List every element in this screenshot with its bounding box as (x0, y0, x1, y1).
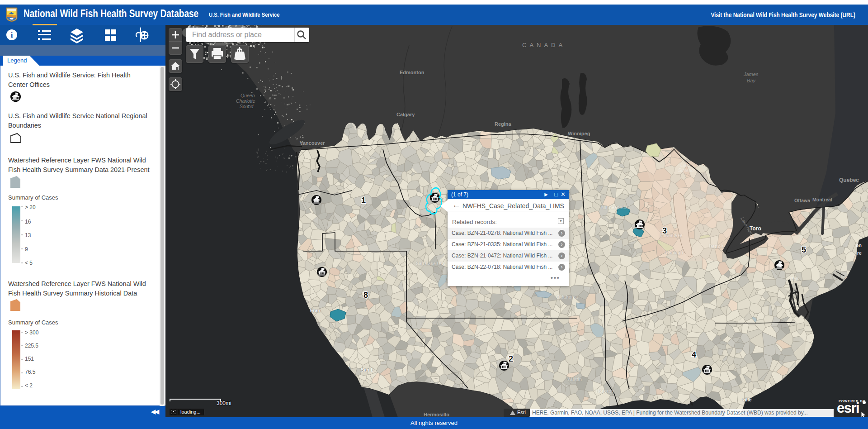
svg-text:Minneapolis: Minneapolis (601, 205, 627, 210)
svg-text:Phil: Phil (790, 276, 799, 281)
svg-text:Toro: Toro (750, 225, 761, 232)
svg-text:re: re (857, 250, 862, 256)
svg-text:Detroit: Detroit (709, 244, 724, 249)
svg-text:James: James (743, 72, 759, 77)
svg-text:3: 3 (662, 226, 667, 235)
svg-text:Salt Lake City: Salt Lake City (416, 261, 446, 266)
svg-text:Calgary: Calgary (396, 112, 415, 117)
svg-text:ville: ville (742, 397, 752, 402)
svg-text:San L: San L (361, 367, 374, 372)
svg-text:1: 1 (361, 196, 366, 205)
svg-text:on: on (856, 243, 862, 248)
svg-text:Charlotte: Charlotte (236, 98, 255, 104)
svg-text:Oklahoma: Oklahoma (556, 295, 578, 300)
svg-text:Chicago: Chicago (665, 250, 683, 255)
svg-text:Austin: Austin (568, 377, 582, 382)
svg-text:4: 4 (692, 350, 696, 359)
svg-text:Houston: Houston (596, 389, 614, 394)
svg-text:Vancouver: Vancouver (300, 140, 325, 146)
svg-text:Winnipeg: Winnipeg (568, 131, 590, 136)
svg-text:Fran: Fran (310, 308, 321, 313)
svg-text:Ottawa: Ottawa (794, 198, 810, 203)
svg-text:Montreal: Montreal (812, 197, 832, 202)
svg-text:CANADA: CANADA (522, 42, 566, 48)
svg-text:2: 2 (509, 354, 513, 363)
svg-text:5: 5 (802, 245, 806, 254)
svg-text:Sound: Sound (240, 104, 254, 109)
svg-text:Quebec: Quebec (839, 177, 859, 183)
svg-text:i: i (11, 31, 13, 39)
svg-text:Superior: Superior (678, 168, 695, 173)
svg-text:8: 8 (363, 291, 368, 300)
svg-text:Lake: Lake (680, 162, 690, 167)
svg-text:Bay: Bay (747, 78, 756, 83)
svg-text:Regina: Regina (495, 121, 512, 127)
svg-text:Hermosillo: Hermosillo (424, 412, 449, 417)
svg-text:Edmonton: Edmonton (400, 70, 425, 75)
svg-text:Queen: Queen (241, 93, 255, 98)
